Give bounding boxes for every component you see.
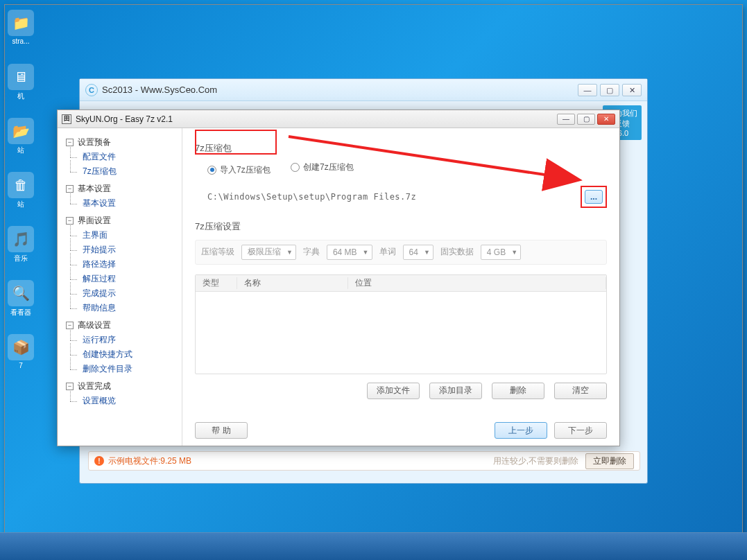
tree-item-help-info[interactable]: 帮助信息	[60, 301, 179, 315]
desktop-icon[interactable]: 🖥机	[4, 64, 37, 105]
tree-item-finish-hint[interactable]: 完成提示	[60, 286, 179, 301]
files-table[interactable]: 类型 名称 位置	[195, 274, 607, 374]
radio-import-7z[interactable]: 导入7z压缩包	[207, 164, 271, 176]
desktop-icon[interactable]: 📦7	[4, 334, 37, 376]
add-file-button[interactable]: 添加文件	[367, 383, 420, 399]
app-icon: C	[85, 84, 98, 96]
delete-now-button[interactable]: 立即删除	[585, 453, 634, 469]
chevron-down-icon: ▼	[363, 249, 369, 256]
minimize-button[interactable]: —	[578, 84, 597, 96]
desktop-icons: 📁stra... 🖥机 📂站 🗑站 🎵音乐 🔍看看器 📦7	[0, 0, 42, 395]
tree-item-basic-settings[interactable]: 基本设置	[60, 196, 179, 211]
maximize-button[interactable]: ▢	[600, 84, 619, 96]
browse-button[interactable]: ...	[585, 190, 603, 204]
chevron-down-icon: ▼	[511, 249, 517, 256]
radio-icon	[291, 163, 300, 172]
tree-group-ui[interactable]: −界面设置	[60, 213, 179, 228]
tree-item-create-shortcut[interactable]: 创建快捷方式	[60, 347, 179, 362]
tree-item-path-select[interactable]: 路径选择	[60, 257, 179, 272]
tree-group-basic[interactable]: −基本设置	[60, 182, 179, 196]
bottom-status-row: ! 示例电视文件:9.25 MB 用连较少,不需要则删除 立即删除	[88, 451, 640, 471]
desktop-icon[interactable]: 🔍看看器	[4, 280, 37, 322]
tree-item-extract-progress[interactable]: 解压过程	[60, 272, 179, 286]
window-easy7z: 田 SkyUN.Org - Easy 7z v2.1 — ▢ ✕ −设置预备 配…	[57, 110, 620, 446]
titlebar-sc2013[interactable]: C Sc2013 - Www.SysCeo.Com — ▢ ✕	[80, 79, 647, 101]
compression-options-row: 压缩等级 极限压缩▼ 字典 64 MB▼ 单词 64▼ 固实数据 4 GB▼	[195, 240, 607, 265]
annotation-box-browse: ...	[581, 186, 607, 208]
tree-item-7z-archive[interactable]: 7z压缩包	[60, 164, 179, 179]
tree-item-main-ui[interactable]: 主界面	[60, 228, 179, 243]
annotation-box-title	[195, 130, 277, 155]
archive-path-text: C:\Windows\Setup\setup\Program Files.7z	[207, 192, 416, 202]
label-word: 单词	[379, 246, 396, 258]
desktop-icon[interactable]: 🎵音乐	[4, 226, 37, 268]
desktop-icon[interactable]: 📂站	[4, 118, 37, 159]
table-header-type[interactable]: 类型	[196, 277, 237, 289]
titlebar-easy7z[interactable]: 田 SkyUN.Org - Easy 7z v2.1 — ▢ ✕	[58, 110, 619, 128]
remove-button[interactable]: 删除	[492, 383, 544, 399]
tree-item-start-hint[interactable]: 开始提示	[60, 243, 179, 257]
minimize-button[interactable]: —	[557, 114, 575, 125]
main-panel: 7z压缩包 导入7z压缩包 创建7z压缩包 C:\Windows\Setup\s…	[182, 128, 619, 446]
bottom-note: 用连较少,不需要则删除	[493, 455, 578, 467]
clear-button[interactable]: 清空	[554, 383, 607, 399]
tree-item-delete-dirs[interactable]: 删除文件目录	[60, 362, 179, 376]
sidebar-tree: −设置预备 配置文件 7z压缩包 −基本设置 基本设置 −界面设置 主界面 开始…	[58, 128, 182, 446]
tree-item-run-program[interactable]: 运行程序	[60, 333, 179, 347]
next-button[interactable]: 下一步	[554, 422, 607, 439]
taskbar[interactable]	[0, 532, 747, 560]
chevron-down-icon: ▼	[424, 249, 430, 256]
radio-icon	[207, 166, 216, 175]
combo-compress-level[interactable]: 极限压缩▼	[241, 245, 296, 260]
combo-dictionary[interactable]: 64 MB▼	[327, 245, 372, 260]
table-header-name[interactable]: 名称	[237, 277, 348, 289]
label-dictionary: 字典	[303, 246, 320, 258]
prev-button[interactable]: 上一步	[495, 422, 547, 439]
chevron-down-icon: ▼	[286, 249, 293, 256]
tree-group-finish[interactable]: −设置完成	[60, 379, 179, 394]
close-button[interactable]: ✕	[597, 114, 615, 125]
help-button[interactable]: 帮 助	[195, 422, 248, 439]
section-7z-settings-title: 7z压缩设置	[195, 220, 607, 233]
tree-item-config-file[interactable]: 配置文件	[60, 150, 179, 164]
tree-group-setup[interactable]: −设置预备	[60, 135, 179, 150]
app-icon: 田	[62, 114, 71, 124]
radio-create-7z[interactable]: 创建7z压缩包	[291, 161, 354, 173]
desktop-icon[interactable]: 📁stra...	[4, 10, 37, 51]
desktop-icon[interactable]: 🗑站	[4, 172, 37, 213]
warning-icon: !	[94, 456, 104, 466]
window-title: Sc2013 - Www.SysCeo.Com	[102, 85, 217, 95]
example-file-label: 示例电视文件:9.25 MB	[108, 455, 191, 467]
close-button[interactable]: ✕	[622, 84, 642, 96]
label-compress-level: 压缩等级	[201, 246, 234, 258]
label-solid: 固实数据	[440, 246, 474, 258]
add-dir-button[interactable]: 添加目录	[429, 383, 482, 399]
combo-solid[interactable]: 4 GB▼	[481, 245, 521, 260]
window-title: SkyUN.Org - Easy 7z v2.1	[76, 114, 173, 124]
combo-word[interactable]: 64▼	[403, 245, 433, 260]
table-header-location[interactable]: 位置	[348, 277, 606, 289]
tree-group-advanced[interactable]: −高级设置	[60, 318, 179, 333]
tree-item-overview[interactable]: 设置概览	[60, 394, 179, 408]
maximize-button[interactable]: ▢	[577, 114, 595, 125]
